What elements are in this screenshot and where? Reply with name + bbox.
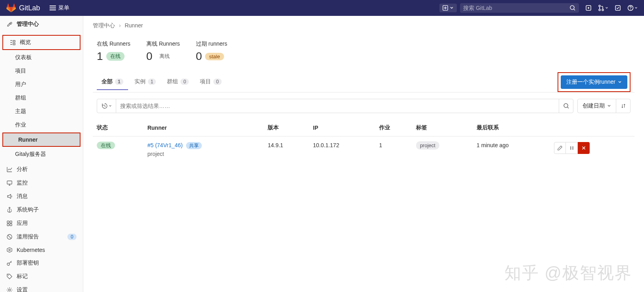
help-icon[interactable] [627, 5, 638, 11]
apps-icon [6, 220, 13, 227]
gitlab-logo-icon[interactable] [6, 3, 16, 13]
sidebar-item-groups[interactable]: 群组 [0, 91, 83, 105]
top-navbar: GitLab 菜单 [0, 0, 644, 16]
menu-toggle[interactable]: 菜单 [50, 4, 69, 12]
key-icon [6, 260, 13, 266]
pause-icon [569, 145, 575, 151]
svg-rect-14 [7, 224, 9, 226]
tab-project[interactable]: 项目 0 [195, 74, 226, 90]
svg-point-9 [630, 9, 631, 10]
pause-button[interactable] [566, 142, 578, 154]
admin-sidebar: 管理中心 概览 仪表板 项目 用户 群组 主题 作业 Runner Gitaly… [0, 16, 83, 292]
sidebar-item-gitaly[interactable]: Gitaly服务器 [0, 148, 83, 161]
svg-point-11 [9, 207, 10, 209]
sidebar-item-jobs[interactable]: 作业 [0, 118, 83, 132]
main-content: 管理中心 › Runner 在线 Runners 1 在线 离线 Runners… [83, 16, 644, 292]
sidebar-item-hooks[interactable]: 系统钩子 [0, 203, 83, 217]
svg-rect-15 [10, 224, 12, 226]
breadcrumb-current: Runner [125, 22, 143, 29]
chevron-down-icon [607, 104, 611, 108]
breadcrumb-root[interactable]: 管理中心 [93, 22, 115, 29]
sidebar-item-analytics[interactable]: 分析 [0, 163, 83, 176]
chevron-right-icon: › [119, 22, 121, 29]
tab-instance[interactable]: 实例 1 [130, 74, 161, 90]
delete-button[interactable] [578, 142, 590, 154]
sidebar-item-messages[interactable]: 消息 [0, 190, 83, 203]
filter-input[interactable] [116, 99, 559, 113]
svg-point-22 [564, 104, 568, 108]
edit-button[interactable] [554, 142, 566, 154]
sidebar-item-projects[interactable]: 项目 [0, 64, 83, 78]
th-tags: 标签 [412, 119, 473, 136]
sidebar-item-kubernetes[interactable]: Kubernetes [0, 244, 83, 256]
status-badge: 在线 [97, 142, 115, 149]
global-search[interactable] [460, 3, 579, 13]
sidebar-item-users[interactable]: 用户 [0, 78, 83, 91]
chevron-down-icon [450, 6, 454, 10]
online-badge: 在线 [106, 52, 125, 61]
pencil-icon [557, 145, 563, 151]
svg-point-1 [570, 6, 574, 10]
stat-online: 在线 Runners 1 在线 [97, 40, 130, 63]
chevron-down-icon [634, 6, 638, 10]
brand-name[interactable]: GitLab [19, 4, 40, 12]
overview-icon [10, 39, 16, 46]
sidebar-item-abuse[interactable]: 滥用报告 0 [0, 230, 83, 244]
megaphone-icon [6, 193, 13, 200]
merge-requests-icon[interactable] [598, 5, 608, 11]
sidebar-item-labels[interactable]: 标记 [0, 270, 83, 283]
sidebar-title: 管理中心 [17, 21, 39, 28]
sidebar-item-apps[interactable]: 应用 [0, 217, 83, 230]
svg-rect-13 [10, 221, 12, 223]
sidebar-item-runner[interactable]: Runner [3, 133, 80, 146]
monitor-icon [6, 180, 13, 186]
sort-dropdown[interactable]: 创建日期 [578, 99, 616, 113]
history-button[interactable] [97, 99, 116, 113]
svg-rect-12 [7, 221, 9, 223]
chart-icon [6, 166, 13, 173]
sidebar-item-overview[interactable]: 概览 [3, 36, 80, 49]
sidebar-label: 概览 [20, 39, 31, 46]
shared-badge: 共享 [186, 142, 202, 149]
svg-point-5 [599, 9, 600, 11]
create-new-button[interactable] [439, 4, 457, 12]
todos-icon[interactable] [611, 2, 624, 14]
sidebar-item-dashboard[interactable]: 仪表板 [0, 51, 83, 64]
th-jobs: 作业 [375, 119, 412, 136]
tab-all[interactable]: 全部 1 [97, 74, 128, 90]
menu-label: 菜单 [58, 4, 69, 12]
offline-badge: 离线 [155, 52, 174, 61]
cell-last-contact: 1 minute ago [473, 136, 550, 163]
stat-stale: 过期 runners 0 stale [196, 40, 227, 63]
search-input[interactable] [463, 5, 569, 11]
filter-row: 创建日期 [93, 92, 634, 119]
sidebar-header: 管理中心 [0, 16, 83, 33]
th-runner: Runner [144, 119, 264, 136]
search-icon [569, 5, 576, 11]
tag-icon [6, 273, 13, 280]
svg-point-3 [588, 7, 589, 9]
chevron-down-icon [618, 80, 622, 84]
svg-marker-17 [7, 248, 12, 252]
filter-search-button[interactable] [559, 99, 573, 113]
history-icon [102, 103, 108, 109]
anchor-icon [6, 207, 13, 213]
cell-version: 14.9.1 [264, 136, 309, 163]
sidebar-item-topics[interactable]: 主题 [0, 105, 83, 118]
runner-link[interactable]: #5 (74Vr1_46) [148, 142, 183, 148]
sidebar-item-settings[interactable]: 设置 [0, 283, 83, 292]
th-last-contact: 最后联系 [473, 119, 550, 136]
tab-group[interactable]: 群组 0 [162, 74, 194, 90]
sort-direction-button[interactable] [616, 99, 630, 113]
sidebar-item-monitoring[interactable]: 监控 [0, 176, 83, 190]
search-icon [563, 103, 569, 109]
cell-ip: 10.0.1.172 [309, 136, 375, 163]
register-runner-button[interactable]: 注册一个实例runner [561, 75, 627, 89]
hamburger-icon [50, 6, 56, 10]
sort-icon [621, 103, 626, 109]
sidebar-item-deploy-keys[interactable]: 部署密钥 [0, 256, 83, 270]
runners-table: 状态 Runner 版本 IP 作业 标签 最后联系 在线 #5 (74 [93, 119, 634, 163]
cell-jobs: 1 [375, 136, 412, 163]
issues-icon[interactable] [582, 2, 595, 14]
abuse-icon [6, 234, 13, 240]
